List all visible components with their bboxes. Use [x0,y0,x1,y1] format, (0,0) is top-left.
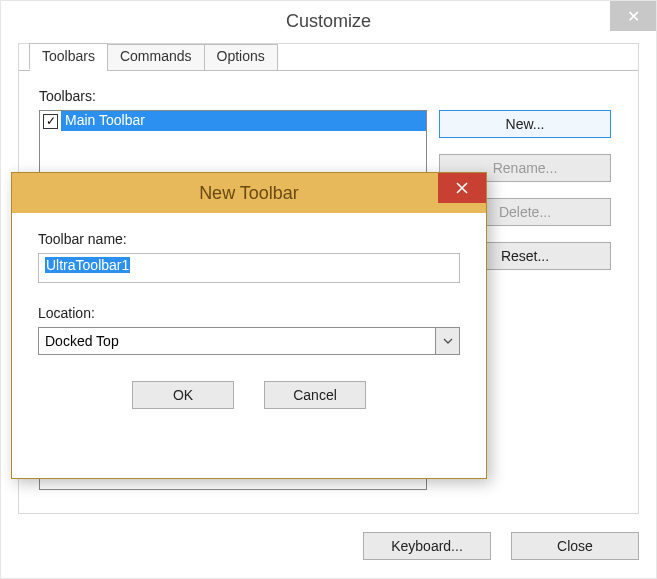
toolbars-label: Toolbars: [39,88,96,104]
list-item[interactable]: ✓ Main Toolbar [40,111,426,131]
list-item-checkbox[interactable]: ✓ [43,114,58,129]
modal-title: New Toolbar [12,183,486,204]
close-icon: ✕ [627,7,640,26]
customize-dialog: Customize ✕ Toolbars Commands Options To… [0,0,657,579]
toolbar-name-value: UltraToolbar1 [45,257,130,273]
toolbar-name-input[interactable]: UltraToolbar1 [38,253,460,283]
list-item-label: Main Toolbar [61,111,426,131]
active-tab-cover [30,70,107,71]
close-icon [456,182,468,194]
modal-close-button[interactable] [438,173,486,203]
ok-button[interactable]: OK [132,381,234,409]
window-close-button[interactable]: ✕ [610,1,656,31]
titlebar: Customize ✕ [1,1,656,41]
cancel-button[interactable]: Cancel [264,381,366,409]
tab-toolbars[interactable]: Toolbars [29,43,108,69]
new-button[interactable]: New... [439,110,611,138]
modal-titlebar: New Toolbar [12,173,486,213]
location-combobox[interactable]: Docked Top [38,327,460,355]
tab-strip: Toolbars Commands Options [29,43,277,69]
bottom-button-row: Keyboard... Close [363,532,639,560]
tab-strip-divider [19,70,638,71]
location-dropdown-button[interactable] [435,328,459,354]
tab-commands[interactable]: Commands [107,44,205,70]
chevron-down-icon [443,338,453,344]
location-value: Docked Top [39,333,435,349]
modal-button-row: OK Cancel [38,381,460,409]
new-toolbar-dialog: New Toolbar Toolbar name: UltraToolbar1 … [11,172,487,479]
modal-body: Toolbar name: UltraToolbar1 Location: Do… [12,213,486,427]
toolbar-name-label: Toolbar name: [38,231,460,247]
close-button[interactable]: Close [511,532,639,560]
keyboard-button[interactable]: Keyboard... [363,532,491,560]
tab-options[interactable]: Options [204,44,278,70]
location-label: Location: [38,305,460,321]
window-title: Customize [1,11,656,32]
